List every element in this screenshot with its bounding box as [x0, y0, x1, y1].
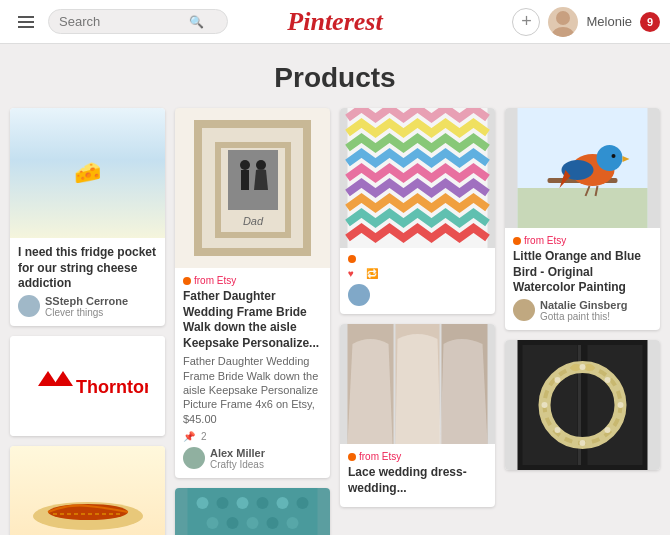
- svg-rect-1: [18, 21, 34, 23]
- etsy-dot-lace: [348, 453, 356, 461]
- user-name-frame: Alex Miller: [210, 447, 265, 459]
- pin-image-door: [505, 340, 660, 470]
- user-avatar-chevron: [348, 284, 370, 306]
- pin-user-fridge: SSteph Cerrone Clever things: [18, 295, 157, 318]
- pin-image-fridge: 🧀: [10, 108, 165, 238]
- pin-image-lace: [340, 324, 495, 444]
- search-icon: 🔍: [189, 15, 204, 29]
- pin-body-chevron: ♥ 🔁: [340, 248, 495, 314]
- pin-fridge[interactable]: 🧀 I need this fridge pocket for our stri…: [10, 108, 165, 326]
- svg-point-4: [552, 27, 574, 37]
- user-board-bird: Gotta paint this!: [540, 311, 627, 322]
- header-right: + Melonie 9: [512, 7, 660, 37]
- frame-outer: Dad: [194, 120, 310, 256]
- notification-badge[interactable]: 9: [640, 12, 660, 32]
- pin-user-bird: Natalie Ginsberg Gotta paint this!: [513, 299, 652, 322]
- svg-point-64: [605, 427, 611, 433]
- add-button[interactable]: +: [512, 8, 540, 36]
- teal-crochet-image: [175, 488, 330, 535]
- svg-point-26: [247, 517, 259, 529]
- svg-point-51: [612, 154, 616, 158]
- pin-source-lace: from Etsy: [348, 451, 487, 462]
- svg-point-61: [580, 364, 586, 370]
- etsy-dot: [183, 277, 191, 285]
- pin-count-frame: 2: [201, 431, 207, 442]
- menu-button[interactable]: [10, 6, 42, 38]
- etsy-label: from Etsy: [194, 275, 236, 286]
- pin-title-fridge: I need this fridge pocket for our string…: [18, 245, 157, 292]
- grid-col-3: from Etsy Little Orange and Blue Bird - …: [505, 108, 660, 470]
- svg-point-25: [227, 517, 239, 529]
- pin-lace[interactable]: from Etsy Lace wedding dress-wedding...: [340, 324, 495, 507]
- etsy-label-lace: from Etsy: [359, 451, 401, 462]
- pin-source-bird: from Etsy: [513, 235, 652, 246]
- user-name: Melonie: [586, 14, 632, 29]
- user-info-frame: Alex Miller Crafty Ideas: [210, 447, 265, 470]
- user-info-bird: Natalie Ginsberg Gotta paint this!: [540, 299, 627, 322]
- pin-desc-frame: Father Daughter Wedding Frame Bride Walk…: [183, 354, 322, 425]
- hotdog-image: [10, 446, 165, 535]
- grid-col-2: ♥ 🔁: [340, 108, 495, 507]
- svg-point-63: [618, 402, 624, 408]
- header: 🔍 Pinterest + Melonie 9: [0, 0, 670, 44]
- svg-rect-45: [518, 188, 648, 228]
- pin-image-chevron: [340, 108, 495, 248]
- svg-point-62: [605, 377, 611, 383]
- svg-rect-15: [241, 170, 249, 190]
- pin-bird[interactable]: from Etsy Little Orange and Blue Bird - …: [505, 108, 660, 330]
- search-box[interactable]: 🔍: [48, 9, 228, 34]
- svg-point-3: [556, 11, 570, 25]
- pin-source-chevron: [348, 255, 487, 263]
- pin-image-bird: [505, 108, 660, 228]
- user-avatar-frame: [183, 447, 205, 469]
- fridge-image: 🧀: [10, 108, 165, 238]
- svg-point-27: [267, 517, 279, 529]
- svg-point-24: [207, 517, 219, 529]
- pin-body-lace: from Etsy Lace wedding dress-wedding...: [340, 444, 495, 507]
- svg-rect-12: [228, 150, 278, 210]
- svg-point-21: [257, 497, 269, 509]
- svg-point-23: [297, 497, 309, 509]
- pin-title-frame: Father Daughter Wedding Frame Bride Walk…: [183, 289, 322, 351]
- page-title: Products: [0, 44, 670, 108]
- pin-teal-crochet[interactable]: [175, 488, 330, 535]
- pin-user-frame: Alex Miller Crafty Ideas: [183, 447, 322, 470]
- user-info-fridge: SSteph Cerrone Clever things: [45, 295, 128, 318]
- pin-grid: 🧀 I need this fridge pocket for our stri…: [0, 108, 670, 535]
- svg-text:Thorntons: Thorntons: [76, 377, 148, 397]
- pin-image-frame: Dad: [175, 108, 330, 268]
- pin-meta-frame: 📌 2: [183, 431, 322, 442]
- avatar: [548, 7, 578, 37]
- pin-frame[interactable]: Dad from Etsy Father Daughter W: [175, 108, 330, 478]
- frame-image: Dad: [175, 108, 330, 268]
- pin-user-chevron: [348, 284, 487, 306]
- svg-point-18: [197, 497, 209, 509]
- pin-image-thorntons: Thorntons: [10, 336, 165, 436]
- svg-point-19: [217, 497, 229, 509]
- etsy-label-bird: from Etsy: [524, 235, 566, 246]
- user-board-frame: Crafty Ideas: [210, 459, 265, 470]
- svg-point-14: [240, 160, 250, 170]
- pin-hotdog[interactable]: Free Hot Dog at Thorntons Sweet Free Stu…: [10, 446, 165, 535]
- user-name-bird: Natalie Ginsberg: [540, 299, 627, 311]
- pin-thorntons[interactable]: Thorntons: [10, 336, 165, 436]
- pin-icon-frame: 📌: [183, 431, 195, 442]
- search-input[interactable]: [59, 14, 189, 29]
- svg-point-67: [542, 402, 548, 408]
- svg-point-20: [237, 497, 249, 509]
- pin-body-bird: from Etsy Little Orange and Blue Bird - …: [505, 228, 660, 330]
- svg-point-65: [580, 440, 586, 446]
- grid-col-1: Dad from Etsy Father Daughter W: [175, 108, 330, 535]
- etsy-dot-bird: [513, 237, 521, 245]
- user-avatar-bird: [513, 299, 535, 321]
- logo: Pinterest: [287, 7, 382, 37]
- pin-body-frame: from Etsy Father Daughter Wedding Frame …: [175, 268, 330, 478]
- pin-door[interactable]: [505, 340, 660, 470]
- svg-point-16: [256, 160, 266, 170]
- svg-point-66: [555, 427, 561, 433]
- pin-chevron[interactable]: ♥ 🔁: [340, 108, 495, 314]
- heart-icon: ♥: [348, 268, 354, 279]
- etsy-dot-chevron: [348, 255, 356, 263]
- svg-point-22: [277, 497, 289, 509]
- svg-marker-6: [53, 371, 73, 386]
